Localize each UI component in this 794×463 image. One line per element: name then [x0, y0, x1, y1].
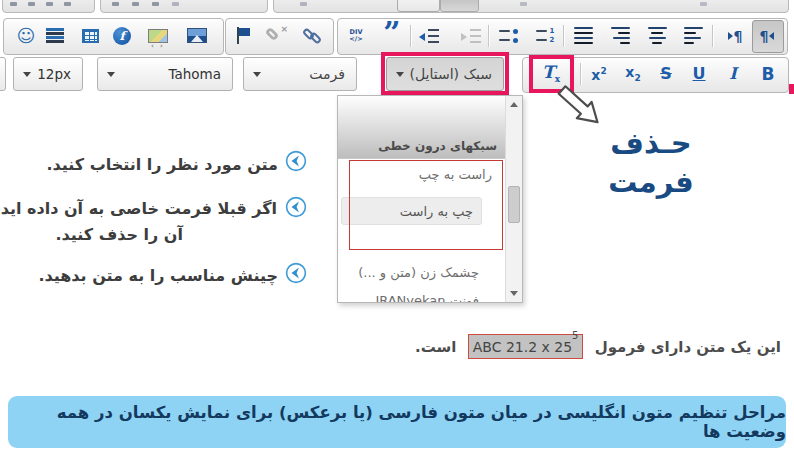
paragraph-ltr-button[interactable]: ¶ [721, 18, 749, 53]
annotation-line2: فرمت [595, 163, 707, 202]
div-container-button[interactable]: DIV </> [342, 18, 370, 53]
iframe-icon: ‹ › [148, 29, 168, 43]
style-value: سبک (استایل) [404, 66, 503, 82]
icon-fragment [300, 2, 307, 6]
highlight-fragment [789, 84, 794, 94]
indent-increase-button[interactable] [457, 18, 485, 53]
footer-banner: مراحل تنظیم متون انگلیسی در میان متون فا… [8, 396, 786, 448]
justify-button[interactable] [569, 18, 597, 53]
toolbar-group-cut [273, 0, 789, 13]
formula-suffix: است. [415, 338, 456, 356]
align-left-icon [684, 27, 703, 45]
annotation-line1: حـذف [595, 124, 707, 163]
flag-icon [235, 27, 251, 44]
emoticon-icon: ☺ [17, 27, 36, 45]
formula-prefix: این یک متن دارای فرمول [595, 338, 781, 356]
flash-icon: f [113, 27, 131, 45]
flash-button[interactable]: f [108, 18, 136, 53]
dropdown-header: سبکهای درون خطی [338, 96, 505, 159]
unlink-x-mark: × [280, 24, 288, 34]
div-code-text: </> [349, 36, 362, 43]
iframe-arrows: ‹ › [149, 43, 167, 49]
dropdown-items-highlight-box [349, 160, 503, 250]
dropdown-item-blink[interactable]: چشمک زن (متن و ...) [358, 265, 479, 280]
unlink-button[interactable]: × [263, 18, 291, 53]
style-combo[interactable]: سبک (استایل) [386, 57, 504, 91]
toolbar-button-pressed-cut[interactable] [440, 0, 479, 12]
underline-button[interactable]: U [684, 57, 714, 91]
toolbar-group-cut [100, 0, 268, 13]
align-left-button[interactable] [679, 18, 707, 53]
image-button[interactable] [183, 18, 211, 53]
instruction-1: متن مورد نظر را انتخاب کنید. [46, 155, 278, 174]
scroll-up-icon[interactable] [510, 102, 518, 107]
subscript-icon: x2 [625, 65, 640, 83]
horizontal-lines-button[interactable] [41, 18, 69, 53]
bold-icon: B [762, 66, 775, 83]
image-icon [187, 28, 207, 43]
icon-fragment [172, 2, 179, 6]
annotation-arrow-icon [554, 84, 606, 130]
scroll-down-icon[interactable] [510, 291, 518, 296]
footer-banner-text: مراحل تنظیم متون انگلیسی در میان متون فا… [8, 403, 786, 441]
superscript-icon: x2 [591, 67, 606, 82]
table-button[interactable] [76, 18, 104, 53]
paragraph-ltr-icon: ¶ [728, 28, 743, 44]
link-button[interactable] [299, 18, 327, 53]
instruction-3: چینش مناسب را به متن بدهید. [38, 266, 278, 285]
emoticon-button[interactable]: ☺ [12, 18, 40, 53]
formula-selection: ABC 21.2 x 255 [468, 334, 584, 359]
strikethrough-button[interactable]: S [651, 57, 681, 91]
align-right-button[interactable] [606, 18, 634, 53]
bulleted-list-button[interactable] [494, 18, 522, 53]
icon-fragment [10, 2, 17, 6]
iframe-button[interactable]: ‹ › [144, 18, 172, 53]
font-family-combo[interactable]: Tahoma [97, 57, 233, 91]
icon-fragment [700, 2, 707, 6]
font-size-value: 12px [31, 66, 82, 82]
dropdown-header-label: سبکهای درون خطی [378, 139, 497, 153]
chevron-down-icon [253, 72, 261, 77]
align-center-button[interactable] [643, 18, 671, 53]
table-icon [82, 29, 99, 43]
align-right-icon [611, 27, 630, 45]
indent-increase-icon [461, 29, 481, 43]
chevron-down-icon [107, 72, 115, 77]
subscript-button[interactable]: x2 [618, 57, 648, 91]
dropdown-scrollbar[interactable] [505, 96, 522, 302]
paragraph-rtl-button[interactable]: ¶ [753, 18, 781, 53]
justify-icon [574, 27, 593, 45]
scrollbar-thumb[interactable] [508, 186, 520, 223]
italic-button[interactable]: I [718, 57, 748, 91]
instruction-2-line1: اگر قبلا فرمت خاصی به آن داده اید، [0, 199, 277, 218]
bulleted-list-icon [499, 29, 518, 43]
numbered-list-button[interactable]: 1 2 [531, 18, 559, 53]
toolbar-divider [488, 25, 489, 47]
editor-screenshot: ☺ f ‹ › × DIV </> ” 1 2 [0, 0, 794, 463]
toolbar-button-cut[interactable] [397, 0, 440, 12]
blockquote-icon: ” [383, 28, 400, 44]
format-combo[interactable]: فرمت [243, 57, 357, 91]
icon-fragment [64, 2, 71, 6]
font-size-combo[interactable]: 12px [13, 57, 83, 91]
anchor-flag-button[interactable] [229, 18, 257, 53]
strikethrough-icon: S [660, 66, 672, 82]
italic-icon: I [729, 66, 736, 82]
blockquote-button[interactable]: ” [378, 18, 406, 53]
bold-button[interactable]: B [753, 57, 783, 91]
icon-fragment [132, 2, 139, 6]
toolbar-divider [410, 25, 411, 47]
formula-line: این یک متن دارای فرمول ABC 21.2 x 255 اس… [415, 334, 781, 359]
toolbar-divider [563, 25, 564, 47]
toolbar-divider [580, 63, 581, 85]
icon-fragment [46, 2, 53, 6]
indent-decrease-button[interactable] [415, 18, 443, 53]
toolbar-divider [712, 25, 713, 47]
dropdown-item-font-iranyekan[interactable]: فونت IRANyekan [375, 293, 479, 303]
instruction-2-line2: آن را حذف کنید. [55, 225, 183, 244]
underline-icon: U [693, 66, 706, 82]
annotation-title: حـذف فرمت [595, 124, 707, 202]
combo-cut[interactable] [0, 57, 6, 91]
unlink-icon: × [268, 28, 286, 44]
chevron-down-icon [396, 72, 404, 77]
